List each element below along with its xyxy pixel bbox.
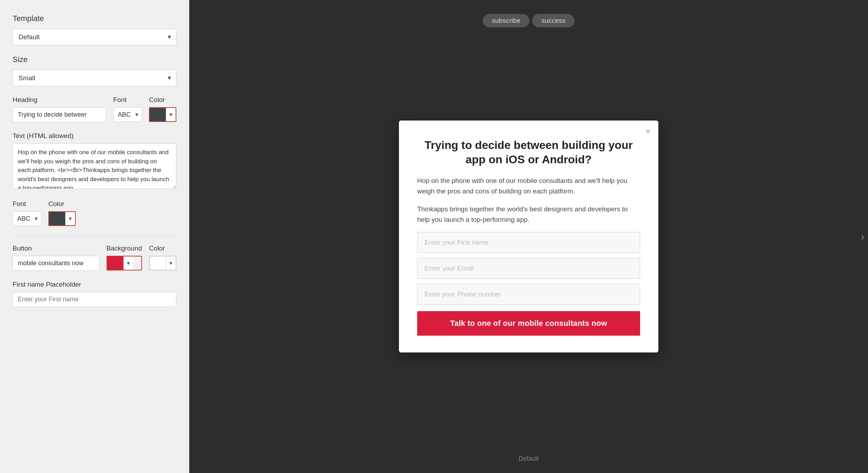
size-select[interactable]: Small xyxy=(13,70,176,86)
button-field-col: Button xyxy=(13,245,100,271)
modal-submit-button[interactable]: Talk to one of our mobile consultants no… xyxy=(417,311,640,336)
bg-color-picker[interactable]: ▼ xyxy=(107,256,142,270)
btn-color-arrow: ▼ xyxy=(166,256,176,270)
bg-label: Background xyxy=(107,245,142,252)
heading-input[interactable] xyxy=(13,107,106,122)
button-input[interactable] xyxy=(13,256,100,271)
modal: × Trying to decide between building your… xyxy=(399,121,658,353)
top-pills: subscribe success xyxy=(483,14,575,27)
template-label: Template xyxy=(13,14,176,23)
heading-color-arrow: ▼ xyxy=(166,108,176,121)
text-font-col: Font ABC ▼ xyxy=(13,200,41,226)
size-label: Size xyxy=(13,55,176,64)
modal-close-button[interactable]: × xyxy=(645,127,651,136)
size-select-wrapper[interactable]: Small ▼ xyxy=(13,70,176,86)
bg-color-arrow: ▼ xyxy=(123,256,133,270)
heading-label: Heading xyxy=(13,96,106,104)
font-select-wrapper[interactable]: ABC ▼ xyxy=(113,107,142,122)
text-color-col: Color ▼ xyxy=(48,200,76,226)
text-font-select-wrapper[interactable]: ABC ▼ xyxy=(13,211,41,226)
bg-color-swatch xyxy=(107,256,123,270)
subscribe-pill[interactable]: subscribe xyxy=(483,14,529,27)
text-color-arrow: ▼ xyxy=(65,212,75,225)
text-font-select[interactable]: ABC xyxy=(13,211,41,226)
left-panel: Template Default ▼ Size Small ▼ Heading … xyxy=(0,0,189,473)
text-color-picker[interactable]: ▼ xyxy=(48,211,76,226)
text-label: Text (HTML allowed) xyxy=(13,132,176,140)
phone-input[interactable] xyxy=(417,284,640,305)
heading-color-picker[interactable]: ▼ xyxy=(149,107,176,122)
bottom-label: Default xyxy=(518,455,538,462)
heading-field-col: Heading xyxy=(13,96,106,122)
text-color-label: Color xyxy=(48,200,76,208)
btn-color-picker[interactable]: ▼ xyxy=(149,256,176,270)
color-label: Color xyxy=(149,96,176,104)
text-font-label: Font xyxy=(13,200,41,208)
button-label: Button xyxy=(13,245,100,252)
right-panel: subscribe success × Trying to decide bet… xyxy=(189,0,868,473)
button-section: Button Background ▼ Color ▼ xyxy=(13,245,176,271)
email-input[interactable] xyxy=(417,258,640,279)
heading-section: Heading Font ABC ▼ Color ▼ xyxy=(13,96,176,122)
modal-body-text-1: Hop on the phone with one of our mobile … xyxy=(417,176,640,197)
text-font-section: Font ABC ▼ Color ▼ xyxy=(13,200,176,226)
template-select[interactable]: Default xyxy=(13,29,176,45)
modal-heading: Trying to decide between building your a… xyxy=(417,138,640,167)
heading-color-col: Color ▼ xyxy=(149,96,176,122)
firstname-placeholder-label: First name Placeholder xyxy=(13,281,176,288)
text-section: Text (HTML allowed) Hop on the phone wit… xyxy=(13,132,176,190)
text-color-swatch xyxy=(49,212,65,225)
heading-color-swatch xyxy=(150,108,166,121)
bg-col: Background ▼ xyxy=(107,245,142,270)
font-field-col: Font ABC ▼ xyxy=(113,96,142,122)
font-select[interactable]: ABC xyxy=(113,107,142,122)
template-section: Template Default ▼ xyxy=(13,14,176,45)
divider xyxy=(13,236,176,236)
btn-color-col: Color ▼ xyxy=(149,245,176,270)
firstname-placeholder-section: First name Placeholder xyxy=(13,281,176,307)
template-select-wrapper[interactable]: Default ▼ xyxy=(13,29,176,45)
firstname-placeholder-input[interactable] xyxy=(13,292,176,307)
modal-body-text-2: Thinkapps brings together the world's be… xyxy=(417,204,640,225)
btn-color-swatch xyxy=(150,256,166,270)
size-section: Size Small ▼ xyxy=(13,55,176,86)
success-pill[interactable]: success xyxy=(532,14,575,27)
firstname-input[interactable] xyxy=(417,232,640,253)
text-textarea[interactable]: Hop on the phone with one of our mobile … xyxy=(13,143,176,189)
font-label: Font xyxy=(113,96,142,104)
btn-color-label: Color xyxy=(149,245,176,252)
right-chevron-icon[interactable]: › xyxy=(861,230,864,243)
